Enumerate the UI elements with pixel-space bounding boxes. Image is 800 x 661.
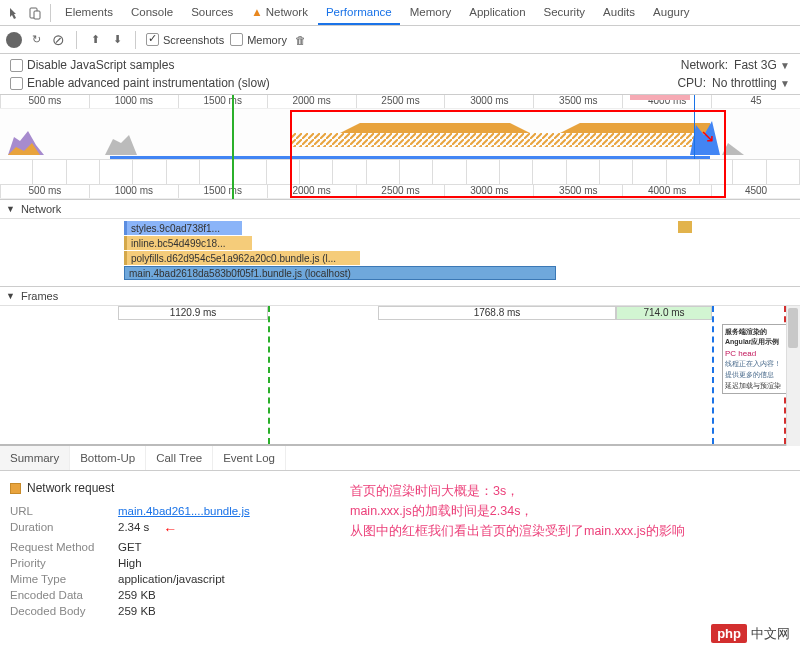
tab-bottom-up[interactable]: Bottom-Up [70,446,146,470]
inspect-icon[interactable] [6,4,24,22]
cpu-throttle-select[interactable]: No throttling ▼ [712,76,790,90]
network-bar-extra[interactable] [678,221,692,233]
tab-event-log[interactable]: Event Log [213,446,286,470]
load-icon[interactable]: ⬆ [87,32,103,48]
separator [76,31,77,49]
frame-preview: 服务端渲染的Angular应用示例 PC head 线程正在入内容！ 提供更多的… [722,324,796,394]
summary-panel: Network request URLmain.4bad261....bundl… [0,471,800,651]
checkbox-icon [10,59,23,72]
overview-timeline[interactable]: 500 ms1000 ms1500 ms2000 ms2500 ms3000 m… [0,95,800,200]
summary-row-mime: Mime Typeapplication/javascript [10,573,310,585]
disable-js-checkbox[interactable]: Disable JavaScript samples [10,58,174,72]
overview-bar [110,156,710,159]
summary-row-decoded: Decoded Body259 KB [10,605,310,617]
network-bar-polyfills[interactable]: polyfills.d62d954c5e1a962a20c0.bundle.js… [124,251,360,265]
tab-performance[interactable]: Performance [318,1,400,25]
svg-rect-1 [34,11,40,19]
frame-segment[interactable]: 1768.8 ms [378,306,616,320]
panel-tabs: Elements Console Sources ▲Network Perfor… [57,1,794,25]
collapse-icon: ▼ [6,204,15,214]
marker-line [694,95,695,159]
separator [50,4,51,22]
warning-icon: ▲ [251,6,262,18]
tab-application[interactable]: Application [461,1,533,25]
svg-marker-7 [560,123,710,133]
network-throttle-select[interactable]: Fast 3G ▼ [734,58,790,72]
clear-icon[interactable]: ⊘ [50,32,66,48]
checkbox-icon [10,77,23,90]
frames-chart[interactable]: 1120.9 ms 1768.8 ms 714.0 ms 服务端渲染的Angul… [0,306,800,446]
record-button[interactable] [6,32,22,48]
cpu-throttle-label: CPU: [677,76,706,90]
capture-settings: Disable JavaScript samples Network: Fast… [0,54,800,95]
checkbox-icon [230,33,243,46]
separator [135,31,136,49]
time-ruler-bottom: 500 ms1000 ms1500 ms2000 ms2500 ms3000 m… [0,185,800,199]
save-icon[interactable]: ⬇ [109,32,125,48]
marker-blue [712,306,714,444]
green-marker [232,95,234,199]
network-bar-main[interactable]: main.4bad2618da583b0f05f1.bundle.js (loc… [124,266,556,280]
scrollbar-thumb[interactable] [788,308,798,348]
annotation-arrow-icon: ← [163,521,177,537]
devtools-toolbar: Elements Console Sources ▲Network Perfor… [0,0,800,26]
summary-row-duration: Duration2.34 s← [10,521,310,537]
memory-checkbox[interactable]: Memory [230,33,287,46]
color-swatch [10,483,21,494]
tab-console[interactable]: Console [123,1,181,25]
summary-title: Network request [10,481,310,495]
checkbox-icon [146,33,159,46]
summary-row-priority: PriorityHigh [10,557,310,569]
tab-summary[interactable]: Summary [0,446,70,470]
tab-elements[interactable]: Elements [57,1,121,25]
filmstrip [0,159,800,185]
network-bar-styles[interactable]: styles.9c0ad738f1... [124,221,242,235]
enable-paint-checkbox[interactable]: Enable advanced paint instrumentation (s… [10,76,270,90]
tab-augury[interactable]: Augury [645,1,697,25]
overview-strip [0,109,800,159]
tab-call-tree[interactable]: Call Tree [146,446,213,470]
marker-bar [630,95,690,100]
url-link[interactable]: main.4bad261....bundle.js [118,505,250,517]
summary-row-encoded: Encoded Data259 KB [10,589,310,601]
scrollbar[interactable] [786,306,800,446]
frame-segment[interactable]: 714.0 ms [616,306,712,320]
marker-green [268,306,270,444]
network-throttle-label: Network: [681,58,728,72]
tab-sources[interactable]: Sources [183,1,241,25]
details-tabs: Summary Bottom-Up Call Tree Event Log [0,446,800,471]
annotation-arrow: ↘ [700,125,715,147]
network-bar-inline[interactable]: inline.bc54d499c18... [124,236,252,250]
svg-marker-9 [722,143,744,155]
annotation-text: 首页的渲染时间大概是：3s， main.xxx.js的加载时间是2.34s， 从… [350,481,685,641]
watermark-logo: php中文网 [711,624,790,643]
svg-rect-5 [290,133,710,147]
garbage-icon[interactable]: 🗑 [293,32,309,48]
performance-controls: ↻ ⊘ ⬆ ⬇ Screenshots Memory 🗑 [0,26,800,54]
svg-marker-6 [340,123,530,133]
tab-memory[interactable]: Memory [402,1,460,25]
chevron-down-icon: ▼ [780,60,790,71]
tab-network[interactable]: ▲Network [243,1,316,25]
chevron-down-icon: ▼ [780,78,790,89]
summary-row-method: Request MethodGET [10,541,310,553]
tab-audits[interactable]: Audits [595,1,643,25]
tab-security[interactable]: Security [536,1,594,25]
device-icon[interactable] [26,4,44,22]
frame-segment[interactable]: 1120.9 ms [118,306,268,320]
svg-marker-4 [105,135,137,155]
reload-icon[interactable]: ↻ [28,32,44,48]
frames-section-header[interactable]: ▼Frames [0,287,800,306]
network-flamechart[interactable]: styles.9c0ad738f1... inline.bc54d499c18.… [0,219,800,287]
summary-row-url: URLmain.4bad261....bundle.js [10,505,310,517]
network-section-header[interactable]: ▼Network [0,200,800,219]
collapse-icon: ▼ [6,291,15,301]
screenshots-checkbox[interactable]: Screenshots [146,33,224,46]
